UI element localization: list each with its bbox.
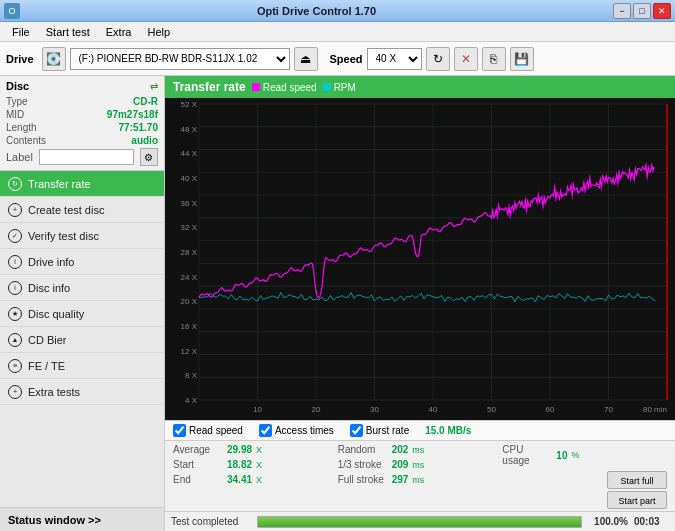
stat-col-access: Random 202 ms 1/3 stroke 209 ms Full str… xyxy=(338,443,503,509)
cpu-label: CPU usage xyxy=(502,444,552,466)
disc-length-value: 77:51.70 xyxy=(119,122,158,133)
nav-items: ↻ Transfer rate + Create test disc ✓ Ver… xyxy=(0,171,164,507)
minimize-button[interactable]: − xyxy=(613,3,631,19)
random-value: 202 xyxy=(392,444,409,455)
average-value: 29.98 xyxy=(227,444,252,455)
disc-label-edit-btn[interactable]: ⚙ xyxy=(140,148,158,166)
disc-type-label: Type xyxy=(6,96,28,107)
nav-drive-info[interactable]: i Drive info xyxy=(0,249,164,275)
nav-extra-tests[interactable]: + Extra tests xyxy=(0,379,164,405)
disc-info-icon: i xyxy=(8,281,22,295)
stat-cpu: CPU usage 10 % xyxy=(502,443,667,467)
progress-percent: 100.0% xyxy=(588,516,628,527)
title-bar: O Opti Drive Control 1.70 − □ ✕ xyxy=(0,0,675,22)
status-window-label: Status window >> xyxy=(8,514,101,526)
right-panel: Transfer rate Read speed RPM Read speed xyxy=(165,76,675,531)
stat-col-cpu: CPU usage 10 % Start full Start part xyxy=(502,443,667,509)
nav-extra-tests-label: Extra tests xyxy=(28,386,80,398)
menu-help[interactable]: Help xyxy=(139,24,178,40)
chart-header: Transfer rate Read speed RPM xyxy=(165,76,675,98)
create-test-disc-icon: + xyxy=(8,203,22,217)
burst-rate-checkbox[interactable] xyxy=(350,424,363,437)
stats-area: Read speed Access times Burst rate 15.0 … xyxy=(165,420,675,511)
stroke1-label: 1/3 stroke xyxy=(338,459,388,470)
disc-section: Disc ⇄ Type CD-R MID 97m27s18f Length 77… xyxy=(0,76,164,171)
read-speed-checkbox[interactable] xyxy=(173,424,186,437)
stroke1-value: 209 xyxy=(392,459,409,470)
menu-file[interactable]: File xyxy=(4,24,38,40)
drive-icon-btn[interactable]: 💽 xyxy=(42,47,66,71)
nav-transfer-rate-label: Transfer rate xyxy=(28,178,91,190)
start-part-button[interactable]: Start part xyxy=(607,491,667,509)
nav-fe-te[interactable]: ≡ FE / TE xyxy=(0,353,164,379)
full-stroke-value: 297 xyxy=(392,474,409,485)
menu-start-test[interactable]: Start test xyxy=(38,24,98,40)
refresh-button[interactable]: ↻ xyxy=(426,47,450,71)
stats-grid: Average 29.98 X Start 18.82 X End 34.41 … xyxy=(165,441,675,511)
extra-tests-icon: + xyxy=(8,385,22,399)
status-window-button[interactable]: Status window >> xyxy=(0,507,164,531)
app-icon: O xyxy=(4,3,20,19)
disc-label-input[interactable] xyxy=(39,149,134,165)
start-buttons: Start full Start part xyxy=(502,469,667,509)
end-unit: X xyxy=(256,475,262,485)
stat-average: Average 29.98 X xyxy=(173,443,338,456)
access-times-checkbox-item: Access times xyxy=(259,424,334,437)
transfer-rate-icon: ↻ xyxy=(8,177,22,191)
stat-col-speed: Average 29.98 X Start 18.82 X End 34.41 … xyxy=(173,443,338,509)
eject-button[interactable]: ⏏ xyxy=(294,47,318,71)
start-label: Start xyxy=(173,459,223,470)
start-value: 18.82 xyxy=(227,459,252,470)
window-title: Opti Drive Control 1.70 xyxy=(20,5,613,17)
disc-type-value: CD-R xyxy=(133,96,158,107)
burst-rate-checkbox-label: Burst rate xyxy=(366,425,409,436)
full-stroke-unit: ms xyxy=(412,475,424,485)
erase-button[interactable]: ✕ xyxy=(454,47,478,71)
disc-toggle[interactable]: ⇄ xyxy=(150,81,158,92)
speed-select[interactable]: 40 X xyxy=(367,48,422,70)
nav-verify-test-disc[interactable]: ✓ Verify test disc xyxy=(0,223,164,249)
checkboxes-row: Read speed Access times Burst rate 15.0 … xyxy=(165,421,675,441)
legend-read-speed: Read speed xyxy=(252,82,317,93)
nav-drive-info-label: Drive info xyxy=(28,256,74,268)
fe-te-icon: ≡ xyxy=(8,359,22,373)
toolbar: Drive 💽 (F:) PIONEER BD-RW BDR-S11JX 1.0… xyxy=(0,42,675,76)
progress-section: Test completed 100.0% 00:03 xyxy=(165,511,675,531)
disc-mid-value: 97m27s18f xyxy=(107,109,158,120)
save-button[interactable]: 💾 xyxy=(510,47,534,71)
drive-info-icon: i xyxy=(8,255,22,269)
nav-create-test-disc[interactable]: + Create test disc xyxy=(0,197,164,223)
access-times-checkbox[interactable] xyxy=(259,424,272,437)
menu-extra[interactable]: Extra xyxy=(98,24,140,40)
full-stroke-label: Full stroke xyxy=(338,474,388,485)
nav-create-test-disc-label: Create test disc xyxy=(28,204,104,216)
window-controls: − □ ✕ xyxy=(613,3,671,19)
copy-button[interactable]: ⎘ xyxy=(482,47,506,71)
drive-label: Drive xyxy=(6,53,34,65)
progress-status: Test completed xyxy=(171,516,251,527)
drive-select[interactable]: (F:) PIONEER BD-RW BDR-S11JX 1.02 xyxy=(70,48,290,70)
start-unit: X xyxy=(256,460,262,470)
stroke1-unit: ms xyxy=(412,460,424,470)
disc-contents-value: audio xyxy=(131,135,158,146)
nav-fe-te-label: FE / TE xyxy=(28,360,65,372)
close-button[interactable]: ✕ xyxy=(653,3,671,19)
cd-bier-icon: ▲ xyxy=(8,333,22,347)
main-content: Disc ⇄ Type CD-R MID 97m27s18f Length 77… xyxy=(0,76,675,531)
burst-rate-checkbox-item: Burst rate xyxy=(350,424,409,437)
cpu-value: 10 xyxy=(556,450,567,461)
maximize-button[interactable]: □ xyxy=(633,3,651,19)
stat-start: Start 18.82 X xyxy=(173,458,338,471)
start-full-button[interactable]: Start full xyxy=(607,471,667,489)
progress-bar xyxy=(257,516,582,528)
stat-random: Random 202 ms xyxy=(338,443,503,456)
nav-disc-info[interactable]: i Disc info xyxy=(0,275,164,301)
nav-cd-bier[interactable]: ▲ CD Bier xyxy=(0,327,164,353)
average-label: Average xyxy=(173,444,223,455)
nav-cd-bier-label: CD Bier xyxy=(28,334,67,346)
disc-contents-label: Contents xyxy=(6,135,46,146)
progress-bar-fill xyxy=(258,517,581,527)
nav-transfer-rate[interactable]: ↻ Transfer rate xyxy=(0,171,164,197)
end-label: End xyxy=(173,474,223,485)
nav-disc-quality[interactable]: ★ Disc quality xyxy=(0,301,164,327)
